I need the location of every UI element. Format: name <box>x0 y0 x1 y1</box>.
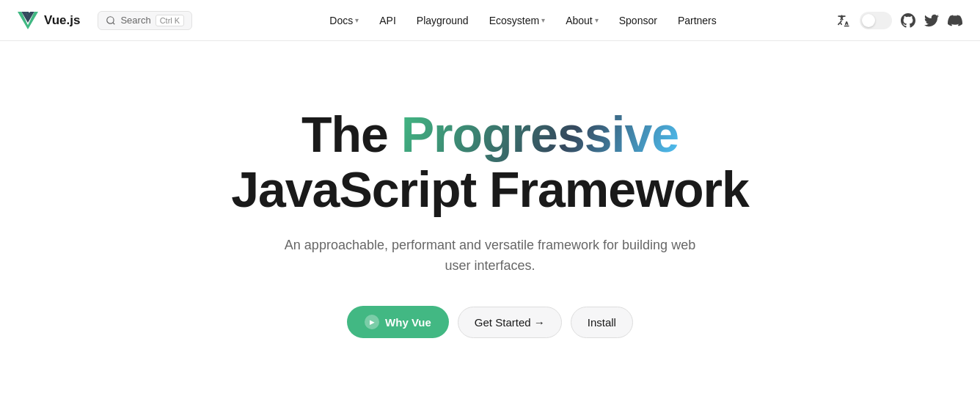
nav-item-playground[interactable]: Playground <box>408 10 478 31</box>
ecosystem-chevron-icon: ▾ <box>541 16 545 24</box>
nav-item-about[interactable]: About ▾ <box>557 10 607 31</box>
nav-center: Docs ▾ API Playground Ecosystem ▾ About … <box>210 10 836 31</box>
get-started-button[interactable]: Get Started → <box>458 307 562 338</box>
hero-title: The Progressive JavaScript Framework <box>231 107 749 217</box>
hero-title-progressive: Progressive <box>401 106 679 162</box>
logo-text: Vue.js <box>44 13 80 28</box>
translate-icon <box>836 13 851 28</box>
navbar: Vue.js Search Ctrl K Docs ▾ API Playgrou… <box>0 0 980 41</box>
search-icon <box>106 15 116 26</box>
hero-title-line2: JavaScript Framework <box>231 161 749 217</box>
hero-buttons: ▶ Why Vue Get Started → Install <box>347 306 633 338</box>
github-link[interactable] <box>901 13 915 28</box>
search-shortcut: Ctrl K <box>156 15 185 26</box>
about-chevron-icon: ▾ <box>595 16 599 24</box>
play-icon: ▶ <box>365 315 379 329</box>
discord-icon <box>948 13 962 28</box>
why-vue-label: Why Vue <box>385 316 431 329</box>
nav-item-ecosystem[interactable]: Ecosystem ▾ <box>480 10 554 31</box>
hero-section: The Progressive JavaScript Framework An … <box>0 41 980 382</box>
install-button[interactable]: Install <box>571 307 633 338</box>
nav-item-partners[interactable]: Partners <box>669 10 725 31</box>
hero-title-the: The <box>301 106 401 162</box>
nav-item-docs[interactable]: Docs ▾ <box>321 10 368 31</box>
nav-item-sponsor[interactable]: Sponsor <box>610 10 666 31</box>
discord-link[interactable] <box>948 13 962 28</box>
twitter-link[interactable] <box>924 13 939 28</box>
nav-right <box>836 12 962 29</box>
get-started-label: Get Started → <box>475 316 545 329</box>
search-label: Search <box>120 15 150 26</box>
nav-item-api[interactable]: API <box>370 10 405 31</box>
why-vue-button[interactable]: ▶ Why Vue <box>347 306 449 338</box>
twitter-icon <box>924 13 939 28</box>
hero-subtitle: An approachable, performant and versatil… <box>270 235 710 277</box>
install-label: Install <box>588 316 616 329</box>
theme-toggle[interactable] <box>860 12 892 29</box>
svg-point-0 <box>107 16 114 23</box>
search-button[interactable]: Search Ctrl K <box>98 11 192 30</box>
translate-button[interactable] <box>836 13 851 28</box>
vue-logo-link[interactable]: Vue.js <box>18 10 80 31</box>
theme-toggle-knob <box>862 14 875 27</box>
vue-logo-icon <box>18 10 38 31</box>
docs-chevron-icon: ▾ <box>355 16 359 24</box>
github-icon <box>901 13 915 28</box>
